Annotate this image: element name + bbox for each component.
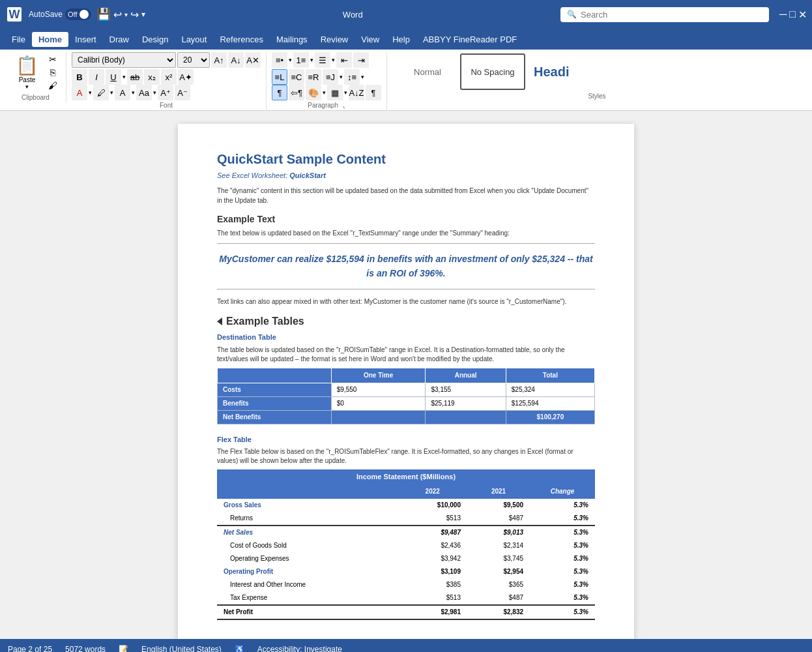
grow-font-button[interactable]: A⁺ <box>158 85 173 100</box>
justify-button[interactable]: ≡J <box>323 69 338 85</box>
subscript-button[interactable]: x₂ <box>144 69 160 85</box>
menu-review[interactable]: Review <box>314 32 355 47</box>
font-color-dropdown[interactable]: ▾ <box>89 89 92 96</box>
document-page[interactable]: QuickStart Sample Content See Excel Work… <box>178 124 634 639</box>
font-size-select[interactable]: 20 <box>177 52 210 68</box>
menu-design[interactable]: Design <box>136 32 175 47</box>
change-case-dropdown[interactable]: ▾ <box>153 89 156 96</box>
align-right-button[interactable]: ≡R <box>306 69 321 85</box>
flex-label: Operating Expenses <box>217 552 398 565</box>
bullets-dropdown[interactable]: ▾ <box>289 57 292 63</box>
shrink-font-button[interactable]: A⁻ <box>175 85 190 100</box>
numbering-button[interactable]: 1≡ <box>293 52 309 68</box>
table-row: Gross Sales $10,000 $9,500 5.3% <box>217 499 595 512</box>
paste-dropdown-icon[interactable]: ▾ <box>25 83 29 90</box>
accessibility-icon[interactable]: ♿ <box>235 645 244 652</box>
underline-dropdown[interactable]: ▾ <box>123 74 126 80</box>
borders-button[interactable]: ▦ <box>327 85 343 100</box>
paragraph-row-2: ≡L ≡C ≡R ≡J ▾ ↕≡ ▾ <box>272 69 364 85</box>
multilevel-dropdown[interactable]: ▾ <box>332 57 335 63</box>
flex-table-desc: The Flex Table below is based on the "r_… <box>217 447 595 466</box>
line-spacing-button[interactable]: ↕≡ <box>344 69 360 85</box>
font-name-select[interactable]: Calibri (Body) <box>72 52 176 68</box>
copy-button[interactable]: ⎘ <box>46 67 59 78</box>
change-case-button[interactable]: Aa <box>136 85 152 100</box>
flex-val: $513 <box>398 591 467 605</box>
netbenefits-onetime <box>331 410 426 424</box>
dest-header-2: Annual <box>426 368 506 383</box>
customize-icon[interactable]: ▾ <box>141 10 145 19</box>
show-marks-button[interactable]: ¶ <box>366 85 381 100</box>
paragraph-expand-icon[interactable]: ⌞ <box>343 102 345 109</box>
bullets-button[interactable]: ≡• <box>272 52 287 68</box>
text-color2-dropdown[interactable]: ▾ <box>132 89 135 96</box>
close-icon[interactable]: ✕ <box>798 8 807 21</box>
redo-icon[interactable]: ↪ <box>130 8 139 21</box>
menu-draw[interactable]: Draw <box>103 32 136 47</box>
flex-val: 5.3% <box>530 526 595 539</box>
costs-onetime: $9,550 <box>331 383 426 396</box>
numbering-dropdown[interactable]: ▾ <box>310 57 313 63</box>
align-left-button[interactable]: ≡L <box>272 69 287 85</box>
proofing-icon[interactable]: 📝 <box>119 645 128 652</box>
increase-indent-button[interactable]: ⇥ <box>353 52 369 68</box>
superscript-button[interactable]: x² <box>161 69 177 85</box>
increase-font-button[interactable]: A↑ <box>211 52 227 68</box>
page-info: Page 2 of 25 <box>8 645 52 652</box>
borders-dropdown[interactable]: ▾ <box>344 89 347 96</box>
menu-home[interactable]: Home <box>32 32 68 47</box>
restore-icon[interactable]: □ <box>789 8 796 21</box>
search-box[interactable]: 🔍 <box>560 7 769 22</box>
row-label-costs: Costs <box>218 383 332 396</box>
menu-view[interactable]: View <box>355 32 386 47</box>
table-row: Net Benefits $100,270 <box>218 410 595 424</box>
menu-file[interactable]: File <box>5 32 32 47</box>
minimize-icon[interactable]: ─ <box>779 8 787 21</box>
paste-button[interactable]: 📋 Paste ▾ <box>10 52 44 93</box>
show-formatting-button[interactable]: ¶ <box>272 85 287 100</box>
shading-button[interactable]: 🎨 <box>306 85 321 100</box>
menu-help[interactable]: Help <box>386 32 416 47</box>
style-nospacing[interactable]: No Spacing <box>460 53 525 90</box>
decrease-font-button[interactable]: A↓ <box>228 52 244 68</box>
multilevel-list-button[interactable]: ☰ <box>315 52 330 68</box>
sort-button[interactable]: A↓Z <box>349 85 364 100</box>
strikethrough-button[interactable]: ab <box>127 69 143 85</box>
align-center-button[interactable]: ≡C <box>289 69 304 85</box>
flex-val: $2,314 <box>467 539 530 552</box>
font-color-button[interactable]: A <box>72 85 87 100</box>
shading-dropdown[interactable]: ▾ <box>323 89 326 96</box>
italic-button[interactable]: I <box>89 69 104 85</box>
save-icon[interactable]: 💾 <box>96 7 111 22</box>
line-spacing-dropdown[interactable]: ▾ <box>361 74 364 80</box>
rtl-button[interactable]: ⇦¶ <box>289 85 304 100</box>
bold-button[interactable]: B <box>72 69 87 85</box>
menu-insert[interactable]: Insert <box>68 32 103 47</box>
style-heading[interactable]: Headi <box>525 53 577 90</box>
autosave-toggle[interactable]: Off <box>65 8 91 20</box>
decrease-indent-button[interactable]: ⇤ <box>336 52 352 68</box>
menu-layout[interactable]: Layout <box>175 32 213 47</box>
collapse-triangle-icon[interactable] <box>217 318 222 325</box>
undo-icon[interactable]: ↩ <box>113 8 122 21</box>
text-effects-button[interactable]: A✦ <box>178 69 194 85</box>
format-painter-button[interactable]: 🖌 <box>46 80 59 91</box>
autosave-section: AutoSave Off <box>29 8 91 20</box>
text-color2-button[interactable]: A <box>115 85 130 100</box>
underline-button[interactable]: U <box>106 69 121 85</box>
cut-button[interactable]: ✂ <box>46 53 59 65</box>
search-input[interactable] <box>581 10 762 20</box>
style-normal[interactable]: Normal <box>395 53 460 90</box>
align-dropdown[interactable]: ▾ <box>340 74 343 80</box>
undo-dropdown-icon[interactable]: ▾ <box>124 11 128 18</box>
highlight-dropdown[interactable]: ▾ <box>110 89 113 96</box>
flex-val: $2,436 <box>398 539 467 552</box>
flex-label: Interest and Other Income <box>217 578 398 591</box>
flex-val: $2,981 <box>398 605 467 619</box>
clear-formatting-button[interactable]: A✕ <box>245 52 261 68</box>
highlight-button[interactable]: 🖊 <box>93 85 109 100</box>
table-row: Benefits $0 $25,119 $125,594 <box>218 396 595 410</box>
menu-abbyy[interactable]: ABBYY FineReader PDF <box>416 32 523 47</box>
menu-references[interactable]: References <box>213 32 269 47</box>
menu-mailings[interactable]: Mailings <box>270 32 314 47</box>
